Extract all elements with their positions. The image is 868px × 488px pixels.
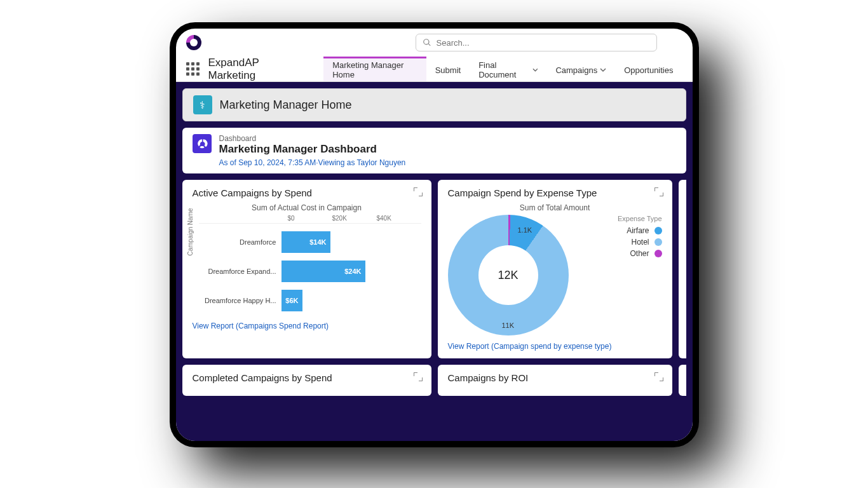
bar-label: Dreamforce Expand... (199, 268, 281, 275)
app-launcher-icon[interactable] (186, 62, 200, 76)
panel-edge (679, 180, 686, 358)
panel-active-campaigns: Active Campaigns by Spend Sum of Actual … (182, 180, 431, 358)
screen: ExpandAP Marketing Marketing Manager Hom… (176, 29, 693, 441)
tab-opportunities[interactable]: Opportunities (615, 57, 682, 81)
bar[interactable]: $6K (281, 290, 302, 311)
view-report-link[interactable]: View Report (Campaigns Spend Report) (193, 322, 421, 330)
bar-chart: Campaign Name $0$20K$40K Dreamforce$14KD… (193, 215, 421, 315)
page-body: ⚕ Marketing Manager Home Dashboard Marke… (176, 82, 693, 441)
panel-title: Active Campaigns by Spend (193, 187, 421, 198)
panel-title: Completed Campaigns by Spend (193, 372, 421, 383)
chart-subtitle: Sum of Actual Cost in Campaign (193, 203, 421, 212)
tab-submit[interactable]: Submit (426, 57, 470, 81)
donut-center-label: 12K (498, 269, 518, 282)
expand-icon[interactable] (414, 187, 423, 196)
panel-title: Campaign Spend by Expense Type (448, 187, 662, 198)
page-icon: ⚕ (193, 95, 212, 114)
chevron-down-icon (600, 67, 606, 73)
panel-completed-campaigns: Completed Campaigns by Spend (182, 365, 431, 396)
bar-row: Dreamforce Expand...$24K (199, 257, 421, 286)
legend-item: Hotel (579, 238, 662, 247)
global-search[interactable] (416, 34, 657, 51)
bar[interactable]: $14K (281, 231, 330, 253)
search-input[interactable] (437, 38, 650, 48)
panel-campaigns-roi: Campaigns by ROI (438, 365, 672, 396)
dashboard-label: Dashboard (219, 134, 406, 143)
donut-chart: 12K 1.1K 11K Expense Type AirfareHotelOt… (448, 215, 662, 336)
expand-icon[interactable] (654, 372, 663, 381)
chevron-down-icon (532, 67, 538, 73)
tab-home[interactable]: Marketing Manager Home (323, 57, 426, 81)
tablet-frame: ExpandAP Marketing Marketing Manager Hom… (170, 22, 699, 447)
dashboard-header: Dashboard Marketing Manager Dashboard As… (182, 128, 686, 173)
legend-title: Expense Type (579, 215, 662, 222)
segment-label: 1.1K (518, 226, 532, 234)
tab-campaigns[interactable]: Campaigns (546, 57, 615, 81)
dashboard-icon (193, 134, 212, 153)
bar-row: Dreamforce Happy H...$6K (199, 286, 421, 315)
donut-ring: 12K 1.1K 11K (448, 215, 569, 336)
panel-spend-by-type: Campaign Spend by Expense Type Sum of To… (438, 180, 672, 358)
bar[interactable]: $24K (281, 261, 365, 282)
segment-label: 11K (502, 322, 515, 329)
legend-item: Airfare (579, 226, 662, 235)
nav-tabs: Marketing Manager Home Submit Final Docu… (323, 57, 682, 81)
dashboard-grid: Active Campaigns by Spend Sum of Actual … (182, 180, 686, 396)
view-report-link[interactable]: View Report (Campaign spend by expense t… (448, 342, 662, 351)
page-header: ⚕ Marketing Manager Home (182, 88, 686, 121)
y-axis-label: Campaign Name (186, 208, 193, 255)
app-name: ExpandAP Marketing (208, 57, 305, 82)
dashboard-meta: As of Sep 10, 2024, 7:35 AM·Viewing as T… (219, 158, 406, 167)
legend-swatch-icon (654, 238, 662, 246)
dashboard-title: Marketing Manager Dashboard (219, 143, 406, 156)
chart-subtitle: Sum of Total Amount (448, 203, 662, 212)
search-icon (423, 38, 431, 47)
tab-final-document[interactable]: Final Document (470, 57, 546, 81)
page-title: Marketing Manager Home (220, 98, 352, 112)
panel-edge (679, 365, 686, 396)
bar-label: Dreamforce (199, 238, 281, 246)
bar-label: Dreamforce Happy H... (199, 297, 281, 304)
bar-row: Dreamforce$14K (199, 227, 421, 257)
legend-swatch-icon (654, 250, 662, 257)
expand-icon[interactable] (414, 372, 423, 381)
legend-item: Other (579, 249, 662, 258)
x-axis-ticks: $0$20K$40K (199, 215, 421, 224)
legend: Expense Type AirfareHotelOther (579, 215, 662, 336)
legend-swatch-icon (654, 227, 662, 234)
nav-bar: ExpandAP Marketing Marketing Manager Hom… (176, 57, 693, 82)
top-bar (176, 29, 693, 57)
panel-title: Campaigns by ROI (448, 372, 662, 383)
expand-icon[interactable] (654, 187, 663, 196)
app-logo-icon (186, 35, 201, 50)
